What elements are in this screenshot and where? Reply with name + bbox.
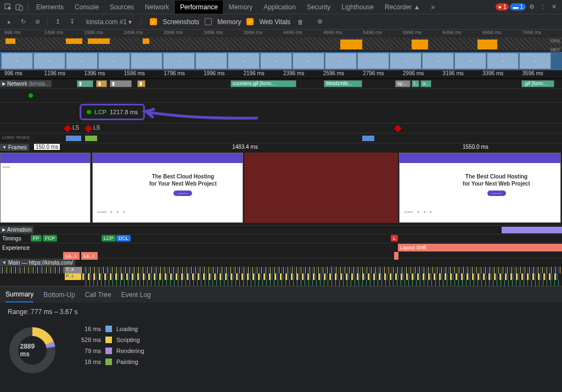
cb-webvitals-label: Web Vitals: [259, 18, 290, 26]
tab-more[interactable]: »: [426, 1, 440, 14]
lcp-callout[interactable]: LCP 1217.8 ms: [80, 104, 145, 120]
cb-screenshots[interactable]: ✓: [150, 18, 157, 25]
clear-icon[interactable]: ⊘: [33, 18, 42, 26]
trash-icon[interactable]: 🗑: [296, 18, 305, 26]
net-item-gif2[interactable]: .gif (form...: [521, 80, 554, 87]
flame-call[interactable]: P...L: [65, 273, 81, 280]
main-ruler[interactable]: 996 ms1196 ms1396 ms1596 ms1796 ms1996 m…: [0, 70, 562, 79]
overview-panel[interactable]: 996 ms1496 ms1996 ms2496 ms2996 ms3496 m…: [0, 30, 562, 52]
stab-eventlog[interactable]: Event Log: [121, 288, 151, 302]
cb-memory-label: Memory: [217, 18, 241, 26]
frames-bar[interactable]: ▼ Frames 150.0 ms 1483.4 ms 1550.0 ms: [0, 143, 562, 152]
recording-name[interactable]: kinsta.com #1 ▾: [86, 18, 132, 26]
tab-network[interactable]: Network: [140, 1, 174, 14]
error-badge[interactable]: ● 1: [496, 3, 509, 10]
stab-bottomup[interactable]: Bottom-Up: [43, 288, 75, 302]
frame-time-c: 1550.0 ms: [461, 144, 490, 150]
animation-label[interactable]: ▶ Animation: [0, 226, 33, 233]
layout-shift-bar[interactable]: Layout Shift: [398, 244, 562, 251]
timings-row[interactable]: Timings FP FCP LCP DCL L: [0, 234, 562, 243]
net-item-hash[interactable]: 984d249b...: [324, 80, 362, 87]
net-item-o[interactable]: o..: [420, 80, 431, 87]
timing-fp[interactable]: FP: [31, 235, 42, 242]
long-task[interactable]: [66, 136, 81, 141]
ls-marker[interactable]: [64, 125, 71, 132]
network-row[interactable]: ▶ Network (kinsta... ▮ ▮ ▮ ▮ counters.gi…: [0, 79, 562, 89]
ls-label: LS: [93, 125, 100, 131]
timing-fcp[interactable]: FCP: [43, 235, 57, 242]
timing-l[interactable]: L: [391, 235, 398, 242]
cb-memory[interactable]: [205, 18, 212, 25]
divider: [140, 18, 141, 26]
filmstrip-thumb: ~: [33, 53, 65, 69]
stab-calltree[interactable]: Call Tree: [85, 288, 111, 302]
main-thread-label[interactable]: ▼ Main — https://kinsta.com/: [0, 259, 75, 266]
tab-sources[interactable]: Sources: [105, 1, 139, 14]
long-task[interactable]: [362, 136, 374, 141]
long-task[interactable]: [85, 136, 97, 141]
devtools-tabbar: Elements Console Sources Network Perform…: [0, 0, 562, 14]
fcp-marker[interactable]: [29, 93, 33, 98]
filmstrip-thumb: ~: [1, 53, 33, 69]
reload-icon[interactable]: ↻: [19, 18, 27, 26]
legend-list: 16 msLoading 528 msScripting 79 msRender…: [74, 326, 144, 375]
legend-item: 18 msPainting: [74, 359, 144, 365]
download-icon[interactable]: ↧: [68, 18, 76, 26]
timings-label: Timings: [0, 235, 24, 242]
kebab-icon[interactable]: ⋮: [538, 2, 548, 12]
settings-gear-icon[interactable]: ⚙: [316, 18, 324, 26]
tab-application[interactable]: Application: [258, 1, 301, 14]
ls-marker[interactable]: [85, 125, 92, 132]
close-icon[interactable]: ✕: [549, 2, 559, 12]
tab-elements[interactable]: Elements: [31, 1, 69, 14]
record-icon[interactable]: ●: [4, 18, 13, 26]
net-item-sp[interactable]: sp...: [395, 80, 411, 87]
animation-row[interactable]: ▶ Animation: [0, 225, 562, 234]
tab-recorder[interactable]: Recorder ▲: [380, 1, 425, 14]
animation-block[interactable]: [502, 227, 562, 233]
ls-row: LS LS: [0, 123, 562, 133]
filmstrip-thumb: ~: [131, 53, 162, 69]
frame-thumb-dropped[interactable]: [244, 153, 398, 223]
filmstrip-thumb: ~: [66, 53, 98, 69]
cb-webvitals[interactable]: ✓: [246, 18, 254, 25]
lcp-label: LCP: [94, 109, 106, 115]
lcp-row: LCP 1217.8 ms: [0, 102, 562, 123]
flame-chart[interactable]: T...k P...L: [0, 267, 562, 286]
ls-marker[interactable]: [394, 125, 402, 132]
lcp-dot-icon: [87, 110, 91, 114]
experience-row[interactable]: Experience Layout Shift La...t La...t: [0, 243, 562, 258]
flame-task[interactable]: T...k: [65, 267, 81, 273]
filmstrip-thumb: ~: [163, 53, 195, 69]
frame-thumb[interactable]: The Best Cloud Hostingfor Your Next Web …: [399, 153, 561, 223]
upload-icon[interactable]: ↥: [53, 18, 62, 26]
layout-shift-small[interactable]: [394, 252, 398, 260]
inspect-icon[interactable]: [3, 2, 13, 12]
tab-memory[interactable]: Memory: [224, 1, 257, 14]
frames-label[interactable]: ▼ Frames: [0, 144, 29, 151]
legend-item: 79 msRendering: [74, 348, 144, 354]
lcp-time: 1217.8 ms: [110, 109, 138, 115]
network-row-label[interactable]: ▶ Network (kinsta...: [0, 80, 52, 87]
tab-performance[interactable]: Performance: [175, 1, 223, 14]
divider: [27, 3, 28, 12]
layout-shift-small[interactable]: La...t: [63, 252, 80, 260]
layout-shift-small[interactable]: La...t: [81, 252, 98, 260]
tab-console[interactable]: Console: [70, 1, 104, 14]
filmstrip-thumb: ~: [422, 53, 454, 69]
tab-lighthouse[interactable]: Lighthouse: [336, 1, 379, 14]
gear-icon[interactable]: ⚙: [527, 2, 537, 12]
timing-lcp[interactable]: LCP: [102, 235, 116, 242]
filmstrip[interactable]: ~ ~ ~ ~ ~ ~ ~ ~ ~ ~ ~ ~ ~ ~ ~ ~ ~: [0, 52, 562, 70]
arrow-icon: [142, 107, 262, 120]
net-item-l[interactable]: l...: [412, 80, 419, 87]
net-item-counters[interactable]: counters.gif (form...: [231, 80, 296, 87]
stab-summary[interactable]: Summary: [5, 287, 33, 303]
info-badge[interactable]: ▬ 1: [510, 3, 526, 10]
perf-toolbar: ● ↻ ⊘ ↥ ↧ kinsta.com #1 ▾ ✓Screenshots M…: [0, 14, 562, 30]
frame-thumb[interactable]: kinsta: [0, 153, 91, 223]
timing-dcl[interactable]: DCL: [116, 235, 131, 242]
device-icon[interactable]: [14, 2, 24, 12]
frame-thumb[interactable]: The Best Cloud Hostingfor Your Next Web …: [92, 153, 243, 223]
tab-security[interactable]: Security: [302, 1, 335, 14]
